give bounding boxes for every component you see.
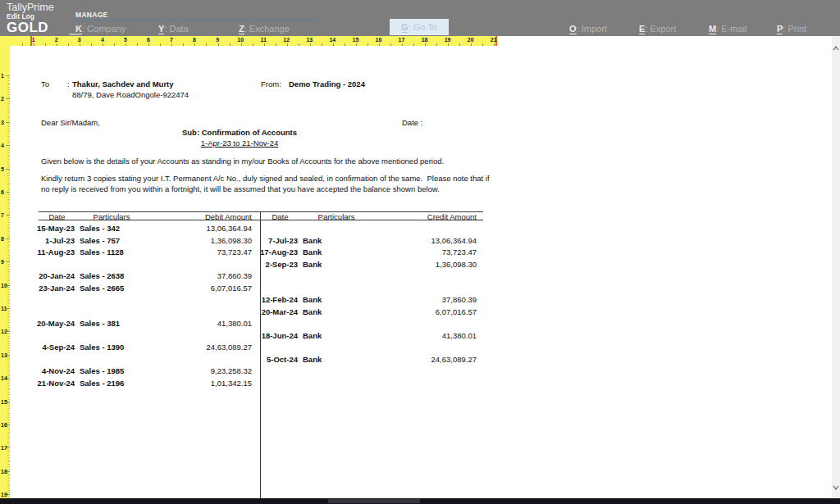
cell-rp: Bank: [303, 259, 322, 271]
table-row: 21-Nov-24Sales - 21961,01,342.15: [10, 378, 832, 390]
menu-title-underline: [72, 20, 320, 20]
cell-lp: Sales - 1390: [80, 342, 124, 354]
menu-item-label: : Print: [783, 24, 806, 34]
cell-ld: 4-Sep-24: [30, 342, 75, 354]
cell-ld: 4-Nov-24: [30, 366, 75, 378]
cell-lp: Sales - 2196: [80, 378, 124, 390]
cell-la: 37,860.39: [160, 270, 252, 283]
vertical-scrollbar[interactable]: [832, 36, 840, 498]
salutation: Dear Sir/Madam,: [41, 118, 100, 127]
cell-rd: 17-Aug-23: [253, 247, 298, 259]
cell-ld: 23-Jan-24: [30, 283, 75, 295]
menu-item-email[interactable]: M: E-mail: [709, 24, 746, 34]
splitter-handle[interactable]: [69, 34, 80, 35]
menu-item-print[interactable]: P: Print: [777, 24, 806, 34]
menu-item-export[interactable]: E: Export: [639, 24, 676, 34]
cell-ld: 15-May-23: [30, 223, 75, 235]
vruler-number: 10: [1, 282, 7, 288]
report-page: To : Thakur, Sachdev and Murty 88/79, Da…: [10, 46, 832, 498]
menu-item-label: : Company: [82, 24, 126, 34]
col-header-particulars-left: Particulars: [62, 212, 161, 221]
vruler-number: 11: [1, 306, 7, 311]
cell-rp: Bank: [303, 330, 322, 343]
menu-item-data[interactable]: Y: Data: [158, 24, 189, 34]
scroll-down-icon[interactable]: [832, 482, 840, 493]
hruler-number: 4: [101, 37, 104, 43]
hruler-number: 8: [193, 37, 196, 43]
vruler-number: 1: [1, 73, 4, 79]
horizontal-scrollbar[interactable]: [0, 498, 840, 504]
goto-button[interactable]: G: Go To: [390, 19, 449, 35]
cell-ra: 73,723.47: [385, 247, 477, 259]
table-row: 5-Oct-24Bank24,63,089.27: [10, 354, 832, 366]
tallyprime-window: TallyPrime Edit Log GOLD MANAGE K: Compa…: [0, 0, 840, 504]
cell-rp: Bank: [303, 306, 322, 319]
cell-ld: 20-Jan-24: [30, 270, 75, 283]
vruler-number: 13: [1, 352, 7, 357]
to-colon: :: [67, 79, 70, 89]
cell-lp: Sales - 757: [80, 235, 120, 247]
vruler-number: 4: [1, 143, 4, 148]
cell-ra: 37,860.39: [385, 294, 477, 306]
table-row: 12-Feb-24Bank37,860.39: [10, 294, 832, 306]
hruler-number: 16: [376, 37, 382, 43]
cell-la: 6,07,016.57: [160, 283, 252, 295]
cell-la: 1,36,098.30: [160, 235, 252, 247]
vruler-number: 2: [1, 96, 4, 102]
table-row: 20-May-24Sales - 38141,380.01: [10, 318, 832, 330]
to-label: To: [41, 79, 49, 89]
cell-rp: Bank: [303, 247, 322, 259]
vertical-ruler: 12345678910111213141516171819: [0, 36, 10, 498]
cell-rp: Bank: [303, 294, 322, 306]
table-row: 2-Sep-23Bank1,36,098.30: [10, 259, 832, 271]
hruler-number: 5: [124, 37, 127, 43]
cell-rd: 12-Feb-24: [253, 294, 298, 306]
hruler-number: 9: [216, 37, 219, 43]
vruler-number: 3: [1, 119, 4, 125]
menu-item-import[interactable]: O: Import: [569, 24, 607, 34]
vruler-number: 7: [1, 212, 4, 218]
table-row: 23-Jan-24Sales - 26656,07,016.57: [10, 283, 832, 295]
shortcut-key: M: [709, 24, 716, 34]
recipient-name: Thakur, Sachdev and Murty: [72, 79, 174, 89]
menu-item-company[interactable]: K: Company: [75, 24, 126, 34]
hruler-number: 2: [55, 37, 58, 43]
license-badge: GOLD: [7, 20, 48, 36]
hruler-number: 17: [399, 37, 405, 43]
table-row: 20-Jan-24Sales - 263837,860.39: [10, 270, 832, 283]
scroll-up-icon[interactable]: [832, 43, 840, 54]
table-row: 20-Mar-24Bank6,07,016.57: [10, 306, 832, 319]
vruler-number: 8: [1, 235, 4, 241]
cell-lp: Sales - 1985: [80, 366, 124, 378]
hruler-number: 1: [32, 37, 35, 43]
cell-ra: 13,06,364.94: [385, 235, 477, 247]
cell-ra: 1,36,098.30: [385, 259, 477, 271]
shortcut-key: Z: [239, 24, 244, 34]
hruler-number: 13: [306, 37, 313, 43]
shortcut-key: O: [569, 24, 577, 34]
hruler-number: 14: [329, 37, 336, 43]
cell-ld: 21-Nov-24: [30, 378, 75, 390]
cell-la: 1,01,342.15: [160, 378, 252, 390]
cell-rd: 2-Sep-23: [253, 259, 298, 271]
h-scroll-thumb[interactable]: [328, 499, 420, 503]
hruler-number: 11: [260, 37, 266, 43]
hruler-number: 10: [237, 37, 244, 43]
table-row: 15-May-23Sales - 34213,06,364.94: [10, 223, 832, 235]
sender-name: Demo Trading - 2024: [289, 79, 365, 89]
cell-la: 13,06,364.94: [160, 223, 252, 235]
goto-label: : Go To: [409, 22, 437, 32]
table-row: 4-Sep-24Sales - 139024,63,089.27: [10, 342, 832, 354]
menu-item-exchange[interactable]: Z: Exchange: [239, 24, 290, 34]
vruler-number: 17: [1, 445, 7, 451]
vruler-number: 9: [1, 259, 4, 265]
brand-logo: TallyPrime: [7, 2, 54, 13]
cell-lp: Sales - 381: [80, 318, 120, 330]
from-label: From:: [261, 79, 281, 89]
menu-item-label: : Export: [645, 24, 676, 34]
hruler-number: 7: [170, 37, 173, 43]
vruler-number: 12: [1, 329, 7, 334]
menu-item-label: : E-mail: [716, 24, 746, 34]
hruler-number: 12: [283, 37, 290, 43]
cell-rp: Bank: [303, 235, 322, 247]
